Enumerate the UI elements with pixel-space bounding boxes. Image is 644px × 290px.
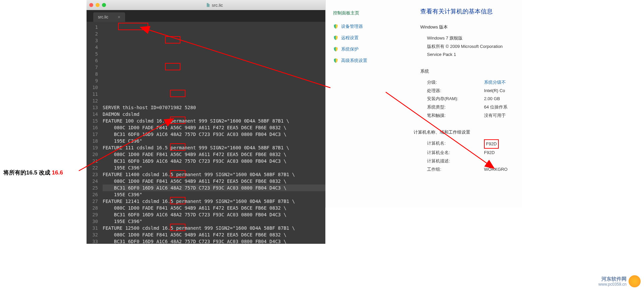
computer-row: 计算机描述:	[427, 157, 521, 165]
editor-titlebar: src.lic	[87, 0, 325, 10]
code-line[interactable]: SERVER this-host ID=07071982 5280	[103, 104, 325, 111]
shield-icon	[333, 58, 338, 63]
shield-icon	[333, 35, 338, 41]
tab-label: src.lic	[98, 15, 108, 19]
code-line[interactable]: 080C 1D00 FADE F841 A56C 94B9 A611 F472 …	[103, 178, 325, 185]
window-zoom-button[interactable]	[102, 3, 106, 7]
system-row: 系统类型:64 位操作系	[427, 103, 521, 112]
code-line[interactable]: FEATURE 100 cdslmd 16.5 permanent 999 SI…	[103, 118, 325, 124]
cp-main-title: 查看有关计算机的基本信息	[420, 7, 521, 15]
line-number-gutter: 1234567891011121314151617181920212223242…	[87, 22, 101, 244]
highlight-version-1	[165, 36, 180, 44]
code-line[interactable]: BC31 6DF0 16D9 A1C6 48A2 757D C723 F93C …	[103, 131, 325, 138]
control-panel-window: 控制面板主页 设备管理器远程设置系统保护高级系统设置 查看有关计算机的基本信息 …	[325, 0, 522, 208]
code-line[interactable]: 195E C396"	[103, 218, 325, 225]
cp-sidebar-link[interactable]: 设备管理器	[333, 23, 393, 29]
editor-tab[interactable]: src.lic ×	[93, 12, 125, 22]
code-line[interactable]: FEATURE 11400 cdslmd 16.5 permanent 999 …	[103, 171, 325, 178]
highlight-version-2	[165, 63, 180, 70]
code-line[interactable]: FEATURE 12141 cdslmd 16.5 permanent 999 …	[103, 198, 325, 205]
computer-row: 计算机名:F92D	[427, 139, 521, 149]
watermark-url: www.pc0359.cn	[598, 282, 627, 287]
cp-sidebar-title: 控制面板主页	[333, 10, 393, 16]
code-line[interactable]: 080C 1D00 FADE F841 A56C 94B9 A611 F472 …	[103, 205, 325, 211]
code-line[interactable]: BC31 6DF0 16D9 A1C6 48A2 757D C723 F93C …	[103, 238, 325, 244]
window-close-button[interactable]	[89, 3, 93, 7]
code-line[interactable]: 195E C396"	[103, 138, 325, 144]
window-minimize-button[interactable]	[96, 3, 100, 7]
system-row: 笔和触摸:没有可用于	[427, 112, 521, 120]
watermark: 河东软件网 www.pc0359.cn	[598, 275, 641, 287]
editor-tabbar: src.lic ×	[87, 10, 325, 22]
shield-icon	[333, 47, 338, 52]
code-line[interactable]: BC31 6DF0 16D9 A1C6 48A2 757D C723 F93C …	[103, 185, 325, 191]
computer-row: 工作组:WORKGRO	[427, 165, 521, 174]
cp-sidebar-link[interactable]: 高级系统设置	[333, 58, 393, 64]
code-line[interactable]: 080C 1D00 FADE F841 A56C 94B9 A611 F472 …	[103, 124, 325, 131]
highlight-this-host	[118, 23, 148, 30]
code-line[interactable]: FEATURE 111 cdslmd 16.5 permanent 999 SI…	[103, 144, 325, 151]
code-line[interactable]: 080C 1D00 FADE F841 A56C 94B9 A611 F472 …	[103, 231, 325, 238]
callout-replace-version: 将所有的16.5 改成 16.6	[3, 169, 63, 176]
system-row: 分级:系统分级不	[427, 78, 521, 87]
code-line[interactable]: FEATURE 12500 cdslmd 16.5 permanent 999 …	[103, 225, 325, 231]
computer-section-label: 计算机名称、域和工作组设置	[414, 129, 521, 135]
code-line[interactable]: 195E C396"	[103, 164, 325, 171]
highlight-version-3	[170, 90, 185, 97]
code-content[interactable]: SERVER this-host ID=07071982 5280DAEMON …	[101, 22, 325, 244]
code-line[interactable]: DAEMON cdslmd	[103, 111, 325, 118]
system-row: 安装内存(RAM):2.00 GB	[427, 95, 521, 103]
system-row: 处理器:Intel(R) Co	[427, 87, 521, 95]
tab-close-icon[interactable]: ×	[118, 14, 120, 20]
cp-main: 查看有关计算机的基本信息 Windows 版本 Windows 7 旗舰版版权所…	[420, 7, 521, 173]
shield-icon	[333, 24, 338, 29]
text-editor-window: src.lic src.lic × 1234567891011121314151…	[87, 0, 325, 244]
code-line[interactable]: BC31 6DF0 16D9 A1C6 48A2 757D C723 F93C …	[103, 158, 325, 164]
code-line[interactable]: BC31 6DF0 16D9 A1C6 48A2 757D C723 F93C …	[103, 211, 325, 218]
watermark-name: 河东软件网	[598, 276, 627, 282]
computer-row: 计算机全名:F92D	[427, 149, 521, 157]
cp-sidebar-link[interactable]: 系统保护	[333, 46, 393, 52]
code-line[interactable]: 195E C396"	[103, 191, 325, 198]
editor-title-text: src.lic	[212, 3, 223, 8]
code-area[interactable]: 1234567891011121314151617181920212223242…	[87, 22, 325, 244]
system-section-label: 系统	[420, 68, 521, 74]
file-icon	[206, 3, 210, 7]
windows-edition-label: Windows 版本	[420, 24, 521, 30]
code-line[interactable]: 080C 1D00 FADE F841 A56C 94B9 A611 F472 …	[103, 151, 325, 158]
cp-sidebar-link[interactable]: 远程设置	[333, 35, 393, 41]
windows-edition-content: Windows 7 旗舰版版权所有 © 2009 Microsoft Corpo…	[427, 34, 521, 59]
cp-sidebar: 控制面板主页 设备管理器远程设置系统保护高级系统设置	[326, 0, 393, 69]
watermark-logo-icon	[629, 275, 641, 287]
